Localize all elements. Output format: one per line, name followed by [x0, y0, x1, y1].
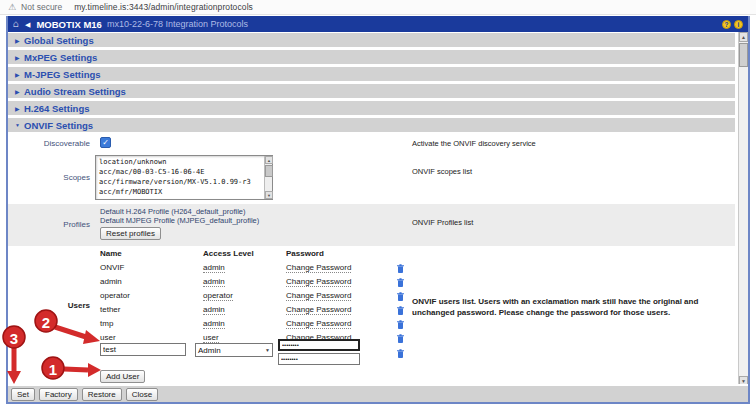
section-audio-stream-settings[interactable]: ▶ Audio Stream Settings	[8, 84, 735, 98]
delete-user-icon[interactable]	[397, 264, 404, 275]
column-password: Password	[286, 249, 324, 258]
scroll-thumb[interactable]	[265, 165, 273, 177]
profiles-row: Profiles Default H.264 Profile (H264_def…	[8, 204, 735, 246]
table-row: tmp admin Change Password	[100, 319, 420, 332]
dropdown-arrow-icon: ▼	[265, 347, 270, 353]
section-onvif-settings[interactable]: ▼ ONVIF Settings	[8, 118, 735, 132]
discoverable-label: Discoverable	[8, 139, 90, 148]
user-name: ONVIF	[100, 263, 124, 272]
app-titlebar: ⌂ ◀ MOBOTIX M16 mx10-22-6-78 Integration…	[8, 16, 748, 32]
scroll-thumb[interactable]	[739, 43, 748, 67]
change-password-link[interactable]: Change Password	[286, 291, 351, 301]
section-label: M-JPEG Settings	[24, 69, 101, 80]
user-access-level[interactable]: operator	[203, 291, 233, 301]
user-name: user	[100, 333, 116, 342]
scroll-up-icon[interactable]: ▲	[265, 156, 273, 164]
section-label: H.264 Settings	[24, 103, 89, 114]
chevron-right-icon: ▶	[15, 37, 24, 44]
profile-default-h264: Default H.264 Profile (H264_default_prof…	[100, 207, 246, 216]
column-access-level: Access Level	[203, 249, 254, 258]
home-icon[interactable]: ⌂	[13, 19, 19, 29]
camera-model-title: MOBOTIX M16	[36, 19, 101, 30]
user-access-level[interactable]: admin	[203, 277, 225, 287]
selected-access-level: Admin	[198, 346, 221, 355]
user-access-level[interactable]: admin	[203, 263, 225, 273]
scopes-scrollbar[interactable]: ▲ ▼	[264, 156, 272, 199]
browser-address-bar[interactable]: ⚠ Not secure my.timeline.is:3443/admin/i…	[0, 0, 756, 15]
chevron-right-icon: ▶	[15, 71, 24, 78]
scroll-up-icon[interactable]: ▲	[739, 32, 748, 42]
chevron-right-icon: ▶	[15, 54, 24, 61]
not-secure-warning-icon: ⚠	[8, 3, 16, 12]
page: ⚠ Not secure my.timeline.is:3443/admin/i…	[0, 0, 756, 406]
delete-user-icon[interactable]	[397, 278, 404, 289]
user-access-level[interactable]: admin	[203, 319, 225, 329]
discoverable-checkbox[interactable]: ✓	[100, 137, 111, 148]
factory-button[interactable]: Factory	[39, 388, 78, 401]
table-row: tether admin Change Password	[100, 305, 420, 318]
users-description: ONVIF users list. Users with an exclamat…	[412, 297, 734, 319]
users-label: Users	[8, 301, 90, 310]
user-access-level[interactable]: user	[203, 333, 219, 343]
scopes-textarea[interactable]: location/unknown acc/mac/00-03-C5-16-06-…	[95, 155, 273, 200]
new-user-name-input[interactable]	[100, 343, 186, 356]
change-password-link[interactable]: Change Password	[286, 319, 351, 329]
user-name: tmp	[100, 319, 113, 328]
discoverable-row: Discoverable ✓ Activate the ONVIF discov…	[8, 137, 735, 155]
scopes-description: ONVIF scopes list	[412, 167, 734, 177]
users-table-header: Users Name Access Level Password ONVIF u…	[8, 249, 735, 261]
new-user-password-confirm-input[interactable]	[278, 353, 360, 365]
section-h264-settings[interactable]: ▶ H.264 Settings	[8, 101, 735, 115]
discoverable-description: Activate the ONVIF discovery service	[412, 139, 734, 149]
not-secure-label: Not secure	[21, 2, 62, 12]
page-title: mx10-22-6-78 Integration Protocols	[107, 19, 248, 29]
chevron-right-icon: ▶	[15, 105, 24, 112]
chevron-down-icon: ▼	[15, 122, 24, 128]
new-user-password-input[interactable]	[278, 339, 360, 351]
section-mxpeg-settings[interactable]: ▶ MxPEG Settings	[8, 50, 735, 64]
user-name: admin	[100, 277, 122, 286]
delete-user-icon[interactable]	[397, 320, 404, 331]
section-label: Global Settings	[24, 35, 94, 46]
footer-button-bar: Set Factory Restore Close	[8, 384, 748, 402]
info-icon[interactable]: i	[734, 20, 743, 29]
back-arrow-icon[interactable]: ◀	[25, 21, 30, 28]
restore-button[interactable]: Restore	[82, 388, 122, 401]
table-row: ONVIF admin Change Password	[100, 263, 420, 276]
section-label: Audio Stream Settings	[24, 86, 126, 97]
profile-default-mjpeg: Default MJPEG Profile (MJPEG_default_pro…	[100, 216, 259, 225]
profiles-description: ONVIF Profiles list	[412, 218, 734, 228]
user-name: tether	[100, 305, 120, 314]
address-url[interactable]: my.timeline.is:3443/admin/integrationpro…	[74, 2, 253, 12]
scopes-row: Scopes location/unknown acc/mac/00-03-C5…	[8, 155, 735, 203]
delete-user-icon[interactable]	[397, 292, 404, 303]
close-button[interactable]: Close	[126, 388, 158, 401]
change-password-link[interactable]: Change Password	[286, 263, 351, 273]
scopes-label: Scopes	[8, 173, 90, 182]
help-icon[interactable]: ?	[722, 20, 731, 29]
add-user-button[interactable]: Add User	[100, 370, 145, 383]
page-scrollbar[interactable]: ▲ ▼	[738, 32, 748, 386]
section-label: ONVIF Settings	[24, 120, 93, 131]
delete-user-icon[interactable]	[397, 306, 404, 317]
change-password-link[interactable]: Change Password	[286, 305, 351, 315]
section-global-settings[interactable]: ▶ Global Settings	[8, 33, 735, 47]
chevron-right-icon: ▶	[15, 88, 24, 95]
change-password-link[interactable]: Change Password	[286, 277, 351, 287]
column-name: Name	[100, 249, 122, 258]
scroll-down-icon[interactable]: ▼	[265, 191, 273, 199]
reset-profiles-button[interactable]: Reset profiles	[100, 227, 161, 240]
user-name: operator	[100, 291, 130, 300]
delete-user-icon[interactable]	[397, 344, 404, 362]
table-row: admin admin Change Password	[100, 277, 420, 290]
section-label: MxPEG Settings	[24, 52, 97, 63]
camera-admin-window: ⌂ ◀ MOBOTIX M16 mx10-22-6-78 Integration…	[6, 16, 750, 404]
user-access-level[interactable]: admin	[203, 305, 225, 315]
profiles-label: Profiles	[8, 220, 90, 229]
section-mjpeg-settings[interactable]: ▶ M-JPEG Settings	[8, 67, 735, 81]
set-button[interactable]: Set	[11, 388, 35, 401]
table-row: operator operator Change Password	[100, 291, 420, 304]
new-user-access-level-select[interactable]: Admin ▼	[195, 343, 273, 357]
